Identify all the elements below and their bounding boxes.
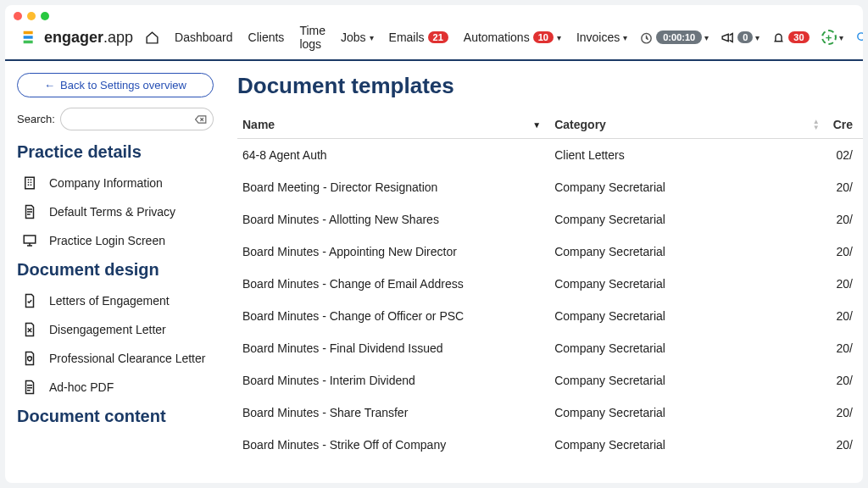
monitor-icon (20, 233, 39, 248)
nav-invoices-label: Invoices (576, 30, 620, 44)
table-row[interactable]: Board Minutes - Share TransferCompany Se… (237, 396, 863, 429)
table-row[interactable]: Board Minutes - Strike Off of CompanyCom… (237, 429, 863, 461)
chevron-down-icon: ▾ (839, 33, 843, 42)
table-row[interactable]: Board Minutes - Final Dividend IssuedCom… (237, 332, 863, 364)
cell-name: Board Minutes - Strike Off of Company (237, 429, 549, 461)
topbar: engager.app Dashboard Clients Time logs … (5, 5, 863, 61)
sidebar-item-label: Practice Login Screen (49, 234, 165, 247)
cell-category: Company Secretarial (549, 364, 827, 396)
back-label: Back to Settings overview (60, 79, 186, 92)
arrow-left-icon: ← (44, 79, 55, 92)
cell-category: Company Secretarial (549, 268, 827, 300)
col-header-created[interactable]: Cre (828, 111, 863, 139)
nav-automations[interactable]: Automations10▾ (464, 30, 561, 44)
emails-badge: 21 (428, 31, 448, 43)
nav-jobs[interactable]: Jobs▾ (341, 30, 374, 44)
notifications-badge: 30 (788, 31, 809, 43)
brand-suffix: .app (103, 29, 133, 46)
sidebar-item-label: Default Terms & Privacy (49, 205, 175, 219)
table-row[interactable]: Board Meeting - Director ResignationComp… (237, 171, 863, 203)
sidebar-item-login-screen[interactable]: Practice Login Screen (17, 226, 214, 255)
brand-name: engager (44, 29, 103, 46)
table-row[interactable]: Board Minutes - Change of Email AddressC… (237, 268, 863, 300)
traffic-close[interactable] (14, 12, 22, 20)
search-clear-button[interactable] (188, 108, 214, 130)
table-row[interactable]: 64-8 Agent AuthClient Letters02/ (237, 139, 863, 172)
automations-badge: 10 (533, 31, 554, 43)
cell-created: 20/ (828, 171, 863, 203)
document-shield-icon (20, 351, 39, 366)
table-row[interactable]: Board Minutes - Interim DividendCompany … (237, 364, 863, 396)
sidebar-item-terms-privacy[interactable]: Default Terms & Privacy (17, 197, 214, 226)
sidebar-item-clearance[interactable]: Professional Clearance Letter (17, 344, 214, 373)
sidebar-item-label: Letters of Engagement (49, 294, 170, 308)
nav-automations-label: Automations (464, 30, 530, 44)
table-row[interactable]: Board Minutes - Appointing New DirectorC… (237, 236, 863, 268)
announcements-badge: 0 (737, 31, 753, 43)
cell-name: Board Minutes - Allotting New Shares (237, 203, 549, 236)
nav-home-icon[interactable] (145, 30, 159, 45)
back-to-settings-button[interactable]: ← Back to Settings overview (17, 73, 214, 97)
add-button[interactable]: + ▾ (821, 30, 843, 45)
plus-icon: + (821, 30, 837, 45)
notifications-button[interactable]: 30 (771, 30, 809, 45)
sidebar-item-label: Ad-hoc PDF (49, 380, 114, 394)
cell-created: 20/ (828, 300, 863, 332)
section-practice-details: Practice details (17, 142, 214, 162)
nav-dashboard[interactable]: Dashboard (175, 30, 233, 44)
document-x-icon (20, 322, 39, 337)
cell-created: 20/ (828, 203, 863, 236)
sort-desc-icon: ▼ (532, 120, 541, 130)
cell-created: 20/ (828, 429, 863, 461)
chevron-down-icon: ▾ (623, 33, 627, 42)
chevron-down-icon: ▾ (557, 33, 561, 42)
main-panel: Document templates Name ▼ Category ▲▼ (225, 61, 863, 483)
cell-category: Client Letters (549, 139, 827, 172)
chevron-down-icon: ▾ (370, 33, 374, 42)
brand-logo[interactable]: engager.app (20, 28, 133, 47)
sidebar-item-disengagement[interactable]: Disengagement Letter (17, 315, 214, 344)
nav-invoices[interactable]: Invoices▾ (576, 30, 627, 44)
cell-name: Board Minutes - Share Transfer (237, 396, 549, 429)
col-header-category[interactable]: Category ▲▼ (549, 111, 827, 139)
cell-category: Company Secretarial (549, 236, 827, 268)
table-row[interactable]: Board Minutes - Allotting New SharesComp… (237, 203, 863, 236)
sidebar-item-label: Company Information (49, 176, 163, 190)
cell-created: 02/ (828, 139, 863, 172)
traffic-max[interactable] (41, 12, 49, 20)
backspace-icon (195, 115, 207, 124)
sidebar-item-adhoc-pdf[interactable]: Ad-hoc PDF (17, 373, 214, 402)
cell-name: Board Minutes - Final Dividend Issued (237, 332, 549, 364)
sidebar-item-label: Disengagement Letter (49, 323, 166, 336)
sidebar-search-input[interactable] (60, 108, 188, 130)
search-button[interactable] (855, 30, 863, 45)
announcements-button[interactable]: 0 ▾ (721, 30, 760, 45)
svg-rect-3 (24, 236, 36, 243)
search-label: Search: (17, 113, 55, 125)
sidebar-item-company-information[interactable]: Company Information (17, 169, 214, 197)
cell-category: Company Secretarial (549, 429, 827, 461)
document-icon (20, 380, 39, 395)
nav-clients[interactable]: Clients (248, 30, 285, 44)
section-document-design: Document design (17, 260, 214, 280)
cell-name: 64-8 Agent Auth (237, 139, 549, 172)
cell-category: Company Secretarial (549, 332, 827, 364)
nav-emails-label: Emails (389, 30, 425, 44)
cell-category: Company Secretarial (549, 300, 827, 332)
table-row[interactable]: Board Minutes - Change of Officer or PSC… (237, 300, 863, 332)
nav-emails[interactable]: Emails21 (389, 30, 448, 44)
building-icon (20, 175, 39, 191)
cell-category: Company Secretarial (549, 171, 827, 203)
nav-jobs-label: Jobs (341, 30, 366, 44)
traffic-min[interactable] (27, 12, 36, 20)
nav-timelogs[interactable]: Time logs (299, 24, 326, 51)
cell-name: Board Minutes - Change of Officer or PSC (237, 300, 549, 332)
cell-name: Board Meeting - Director Resignation (237, 171, 549, 203)
col-header-label: Category (554, 118, 606, 131)
sidebar-item-letters-engagement[interactable]: Letters of Engagement (17, 286, 214, 315)
col-header-name[interactable]: Name ▼ (237, 111, 549, 139)
svg-point-1 (857, 32, 863, 40)
cell-category: Company Secretarial (549, 396, 827, 429)
col-header-label: Name (242, 118, 275, 131)
timer-widget[interactable]: 0:00:10 ▾ (639, 30, 709, 45)
